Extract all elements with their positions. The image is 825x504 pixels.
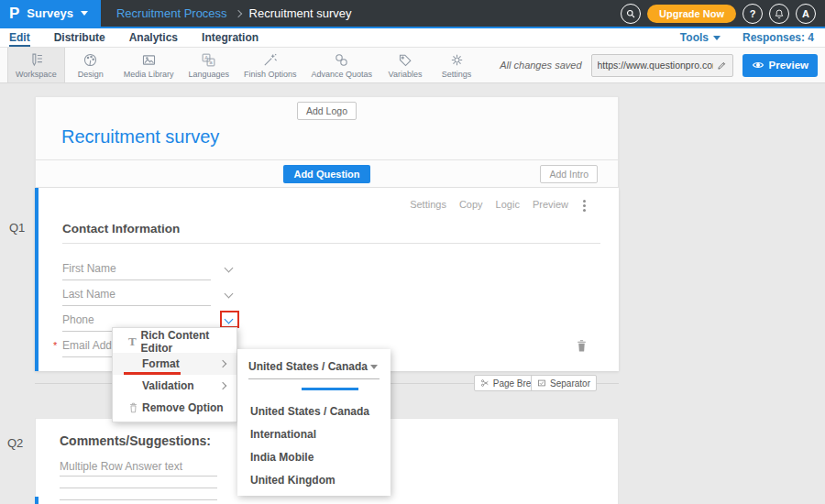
toolbar-item-label: Media Library xyxy=(124,70,174,79)
question-copy-link[interactable]: Copy xyxy=(459,199,483,210)
required-marker: * xyxy=(53,340,57,351)
option-india-mobile[interactable]: India Mobile xyxy=(237,445,390,468)
field-label[interactable]: Last Name xyxy=(62,288,116,301)
toolbar-item-settings[interactable]: Settings xyxy=(431,48,482,82)
menu-item-format[interactable]: Format xyxy=(113,353,236,375)
heading-divider xyxy=(62,243,600,244)
tools-label: Tools xyxy=(680,31,709,44)
tab-integration[interactable]: Integration xyxy=(202,28,258,47)
toolbar-item-variables[interactable]: Variables xyxy=(380,48,431,82)
upgrade-now-button[interactable]: Upgrade Now xyxy=(647,5,736,23)
nav-tabs: Edit Distribute Analytics Integration xyxy=(0,28,258,47)
question-number-q1: Q1 xyxy=(9,221,25,235)
chevron-down-icon xyxy=(81,11,88,16)
menu-item-label: Rich Content Editor xyxy=(141,329,236,355)
trash-icon xyxy=(124,402,142,413)
search-button[interactable] xyxy=(621,4,641,24)
toolbar-item-design[interactable]: Design xyxy=(65,48,116,82)
question-preview-link[interactable]: Preview xyxy=(533,199,568,210)
toolbar-item-finish-options[interactable]: Finish Options xyxy=(236,48,304,82)
product-label: Surveys xyxy=(27,6,73,20)
selection-accent xyxy=(35,497,38,504)
annotation-highlight-box xyxy=(220,311,239,328)
multirow-answer-placeholder[interactable]: Multiple Row Answer text xyxy=(60,460,217,477)
breadcrumb-folder[interactable]: Recruitment Process xyxy=(116,6,227,20)
save-status: All changes saved xyxy=(500,60,581,71)
toolbar-item-label: Settings xyxy=(442,70,472,79)
chevron-down-icon[interactable] xyxy=(225,290,234,299)
palette-icon xyxy=(82,52,98,68)
search-icon xyxy=(625,8,636,19)
format-submenu: United States / Canada United States / C… xyxy=(237,349,390,496)
separator-button[interactable]: Separator xyxy=(531,375,597,391)
scissors-icon xyxy=(480,378,490,388)
quota-icon xyxy=(334,52,349,68)
question-logic-link[interactable]: Logic xyxy=(496,199,520,210)
surveys-menu[interactable]: P Surveys xyxy=(0,0,101,27)
menu-item-label: Format xyxy=(142,357,180,370)
edit-toolbar: Workspace Design Media Library A a Langu… xyxy=(0,48,825,83)
field-label[interactable]: First Name xyxy=(62,262,116,275)
survey-title[interactable]: Recruitment survey xyxy=(61,126,618,148)
survey-url-field[interactable]: https://www.questionpro.com/t/APNrFZ xyxy=(591,54,733,77)
caret-down-icon xyxy=(370,365,378,369)
format-options: United States / Canada International Ind… xyxy=(237,400,390,491)
help-button[interactable]: ? xyxy=(742,4,763,24)
question-heading[interactable]: Contact Information xyxy=(62,222,619,236)
toolbar-item-label: Variables xyxy=(389,70,423,79)
tools-menu[interactable]: Tools xyxy=(680,31,720,44)
tab-edit[interactable]: Edit xyxy=(9,28,30,47)
question-settings-link[interactable]: Settings xyxy=(410,199,446,210)
delete-field-button[interactable] xyxy=(576,339,588,353)
toolbar-item-media-library[interactable]: Media Library xyxy=(116,48,182,82)
field-label[interactable]: Phone xyxy=(62,313,94,326)
toolbar-item-label: Advance Quotas xyxy=(311,70,372,79)
toolbar-item-label: Workspace xyxy=(16,70,57,79)
edit-pencil-icon[interactable] xyxy=(717,60,727,71)
translate-icon: A a xyxy=(201,52,216,68)
tab-analytics[interactable]: Analytics xyxy=(129,28,178,47)
focus-indicator xyxy=(302,388,358,390)
text-format-icon: T xyxy=(124,334,141,349)
questionpro-logo: P xyxy=(9,5,19,21)
add-intro-button[interactable]: Add Intro xyxy=(540,165,598,183)
logo-row: Add Logo xyxy=(36,97,618,120)
toolbar-item-advance-quotas[interactable]: Advance Quotas xyxy=(303,48,380,82)
option-united-kingdom[interactable]: United Kingdom xyxy=(237,468,390,491)
menu-item-rich-content-editor[interactable]: T Rich Content Editor xyxy=(113,331,236,353)
menu-item-validation[interactable]: Validation xyxy=(113,375,236,397)
bell-icon xyxy=(774,8,785,19)
toolbar-item-workspace[interactable]: Workspace xyxy=(7,48,65,82)
toolbar-item-label: Languages xyxy=(188,70,229,79)
add-question-button[interactable]: Add Question xyxy=(283,165,369,183)
survey-header-card: Add Logo Recruitment survey Add Question… xyxy=(35,96,619,188)
navbar-right: Tools Responses: 4 xyxy=(680,31,825,44)
menu-item-remove-option[interactable]: Remove Option xyxy=(113,397,236,419)
nav-bar: Edit Distribute Analytics Integration To… xyxy=(0,28,825,48)
separator-icon xyxy=(537,378,546,388)
answer-line xyxy=(60,488,217,500)
submenu-arrow-icon xyxy=(219,382,226,389)
breadcrumb: Recruitment Process Recruitment survey xyxy=(116,6,352,20)
submenu-arrow-icon xyxy=(219,360,226,367)
survey-editor-canvas: Q1 Q2 Add Logo Recruitment survey Add Qu… xyxy=(0,83,825,504)
responses-link[interactable]: Responses: 4 xyxy=(742,31,814,44)
separator-label: Separator xyxy=(550,378,590,389)
field-context-menu: T Rich Content Editor Format Validation … xyxy=(112,327,237,422)
eye-icon xyxy=(752,59,764,71)
notifications-button[interactable] xyxy=(769,4,789,24)
top-bar: P Surveys Recruitment Process Recruitmen… xyxy=(0,0,825,28)
menu-item-label: Remove Option xyxy=(142,401,224,414)
option-international[interactable]: International xyxy=(237,422,390,445)
toolbar-item-languages[interactable]: A a Languages xyxy=(181,48,236,82)
preview-button[interactable]: Preview xyxy=(742,54,818,77)
image-icon xyxy=(141,52,157,68)
more-options-icon[interactable] xyxy=(583,200,586,203)
chevron-down-icon[interactable] xyxy=(225,264,234,273)
add-question-row: Add Question Add Intro xyxy=(36,159,618,187)
avatar[interactable]: A xyxy=(796,4,816,24)
option-us-canada[interactable]: United States / Canada xyxy=(237,400,390,422)
tab-distribute[interactable]: Distribute xyxy=(54,28,105,47)
format-select[interactable]: United States / Canada xyxy=(248,360,380,379)
add-logo-button[interactable]: Add Logo xyxy=(297,102,357,120)
